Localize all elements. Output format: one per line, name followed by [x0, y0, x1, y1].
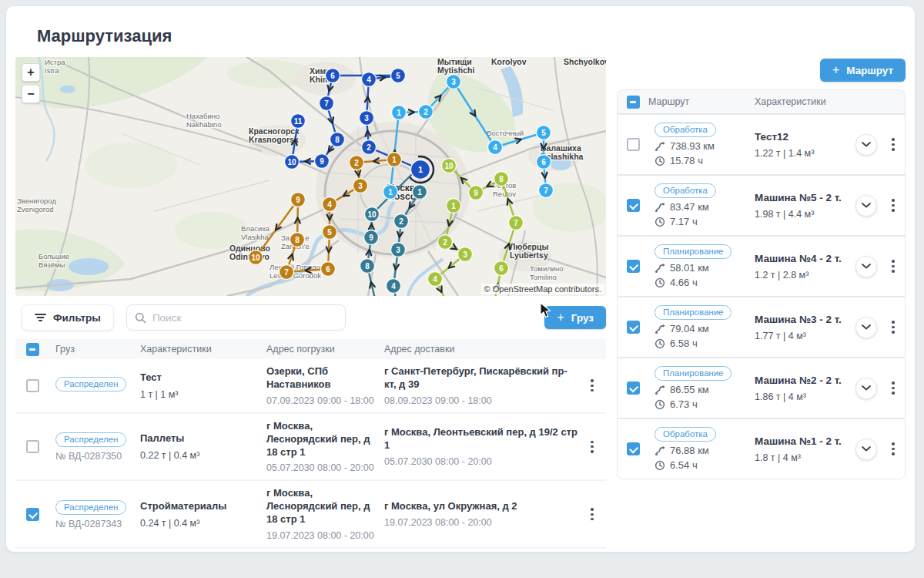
route-row-checkbox[interactable] — [627, 321, 640, 334]
svg-text:3: 3 — [358, 182, 363, 190]
cargo-row-checkbox[interactable] — [26, 379, 39, 392]
route-row-checkbox[interactable] — [627, 199, 640, 212]
route-menu-button[interactable] — [889, 256, 898, 277]
route-expand-button[interactable] — [855, 134, 877, 156]
cargo-specs: 0.22 т | 0.4 м³ — [140, 450, 260, 461]
route-expand-button[interactable] — [855, 439, 877, 460]
svg-text:3: 3 — [364, 114, 369, 123]
svg-text:9: 9 — [296, 196, 300, 204]
search-box[interactable] — [126, 304, 346, 331]
col-header-delivery-address: Адрес доставки — [378, 344, 578, 355]
route-menu-button[interactable] — [889, 195, 898, 216]
route-row[interactable]: Планирование 79.04 км 6.58 ч Машина №3 -… — [618, 297, 905, 357]
route-expand-button[interactable] — [855, 317, 877, 338]
svg-text:1: 1 — [392, 156, 397, 164]
cargo-row-menu-button[interactable] — [588, 436, 597, 457]
route-row-checkbox[interactable] — [627, 138, 640, 151]
route-menu-button[interactable] — [889, 378, 898, 398]
svg-text:Zvenigorod: Zvenigorod — [17, 205, 54, 213]
svg-text:8: 8 — [499, 175, 504, 183]
cargo-row-menu-button[interactable] — [588, 375, 597, 396]
svg-text:10: 10 — [251, 254, 260, 262]
cargo-load-time: 05.07.2030 08:00 - 20:00 — [266, 462, 378, 473]
route-icon — [654, 263, 665, 274]
search-input[interactable] — [152, 312, 337, 324]
svg-text:8: 8 — [335, 136, 340, 144]
svg-text:6: 6 — [541, 158, 546, 166]
routes-panel: Маршрут Характеристики Обработка 738.93 … — [617, 89, 906, 479]
svg-text:Вязёмы: Вязёмы — [38, 260, 65, 269]
select-all-cargo-checkbox[interactable] — [26, 343, 39, 356]
route-specs: 1.8 т | 4 м³ — [755, 452, 851, 463]
svg-text:Lyubertsy: Lyubertsy — [510, 250, 548, 260]
add-cargo-button[interactable]: + Груз — [544, 306, 606, 329]
svg-text:Lesnoi Gorodok: Lesnoi Gorodok — [270, 271, 321, 280]
route-menu-button[interactable] — [889, 317, 898, 338]
svg-text:5: 5 — [541, 129, 546, 137]
route-row-checkbox[interactable] — [627, 260, 640, 273]
clock-icon — [654, 217, 665, 227]
svg-text:9: 9 — [474, 189, 478, 197]
cargo-row-checkbox[interactable] — [26, 508, 39, 521]
cargo-table-row[interactable]: Распределен № ВД-0287350 Паллеты 0.22 т … — [15, 414, 606, 482]
clock-icon — [654, 338, 665, 349]
route-expand-button[interactable] — [855, 195, 877, 217]
route-name: Машина №2 - 2 т. — [755, 374, 851, 388]
route-row[interactable]: Планирование 86.55 км 6.73 ч Машина №2 -… — [618, 358, 905, 418]
chevron-down-icon — [862, 142, 871, 147]
svg-text:Tomilino: Tomilino — [530, 273, 557, 281]
cargo-name: Паллеты — [140, 432, 260, 445]
clock-icon — [654, 460, 665, 471]
cargo-load-address: г Москва, Леснорядский пер, д 18 стр 1 — [266, 420, 378, 459]
select-all-routes-checkbox[interactable] — [627, 96, 640, 109]
map[interactable]: ИстраIstraНахабиноNakhabinoКрасногорскKr… — [15, 57, 606, 296]
map-canvas[interactable]: ИстраIstraНахабиноNakhabinoКрасногорскKr… — [15, 57, 606, 296]
svg-text:11: 11 — [294, 117, 303, 126]
cargo-row-menu-button[interactable] — [588, 504, 597, 525]
route-distance: 76.88 км — [654, 445, 709, 456]
add-route-button[interactable]: + Маршрут — [820, 59, 906, 82]
cargo-table-row[interactable]: Распределен № ВД-0287344 Стройматериалы … — [15, 549, 606, 552]
route-row[interactable]: Обработка 738.93 км 15.78 ч Тест12 1.22 … — [618, 115, 905, 174]
svg-text:7: 7 — [324, 99, 329, 108]
cargo-table-row[interactable]: Распределен Тест 1 т | 1 м³ Озерки, СПб … — [15, 359, 606, 414]
route-status-badge: Обработка — [654, 427, 716, 442]
svg-text:Большие: Большие — [38, 252, 69, 260]
map-zoom-in-button[interactable]: + — [22, 63, 40, 82]
route-duration: 6.73 ч — [654, 398, 698, 410]
cargo-status-badge: Распределен — [55, 377, 126, 391]
route-status-badge: Обработка — [654, 123, 716, 137]
filters-button[interactable]: Фильтры — [22, 304, 114, 331]
route-row[interactable]: Планирование 58.01 км 4.66 ч Машина №4 -… — [618, 237, 905, 296]
route-expand-button[interactable] — [855, 378, 877, 399]
route-name: Машина №1 - 2 т. — [755, 435, 851, 449]
svg-text:Vlasikha: Vlasikha — [241, 233, 270, 241]
chevron-down-icon — [862, 385, 871, 391]
cargo-table-row[interactable]: Распределен № ВД-0287343 Стройматериалы … — [15, 481, 606, 549]
route-icon — [654, 202, 665, 213]
svg-text:7: 7 — [284, 268, 289, 277]
clock-icon — [654, 399, 665, 410]
route-menu-button[interactable] — [889, 134, 898, 155]
cargo-table: Груз Характеристики Адрес погрузки Адрес… — [15, 339, 606, 552]
svg-text:7: 7 — [544, 187, 548, 195]
cargo-delivery-address: г Москва, Леонтьевский пер, д 19/2 стр 1 — [384, 426, 578, 452]
route-row-checkbox[interactable] — [627, 442, 640, 455]
route-expand-button[interactable] — [855, 256, 877, 277]
route-row[interactable]: Обработка 76.88 км 6.54 ч Машина №1 - 2 … — [618, 419, 905, 479]
svg-text:Shchyolkovo: Shchyolkovo — [564, 57, 606, 66]
svg-text:2: 2 — [443, 238, 447, 247]
route-menu-button[interactable] — [889, 439, 898, 459]
route-distance: 738.93 км — [654, 140, 715, 152]
route-row[interactable]: Обработка 83.47 км 7.17 ч Машина №5 - 2 … — [618, 176, 905, 235]
route-distance: 83.47 км — [654, 201, 709, 213]
svg-text:10: 10 — [287, 158, 296, 166]
plus-icon: + — [557, 311, 564, 324]
route-icon — [654, 141, 665, 152]
plus-icon: + — [832, 64, 839, 76]
svg-text:10: 10 — [367, 210, 377, 219]
route-row-checkbox[interactable] — [627, 381, 640, 395]
map-zoom-out-button[interactable]: − — [22, 85, 40, 103]
cargo-row-checkbox[interactable] — [26, 440, 39, 453]
route-name: Машина №4 - 2 т. — [755, 252, 851, 266]
